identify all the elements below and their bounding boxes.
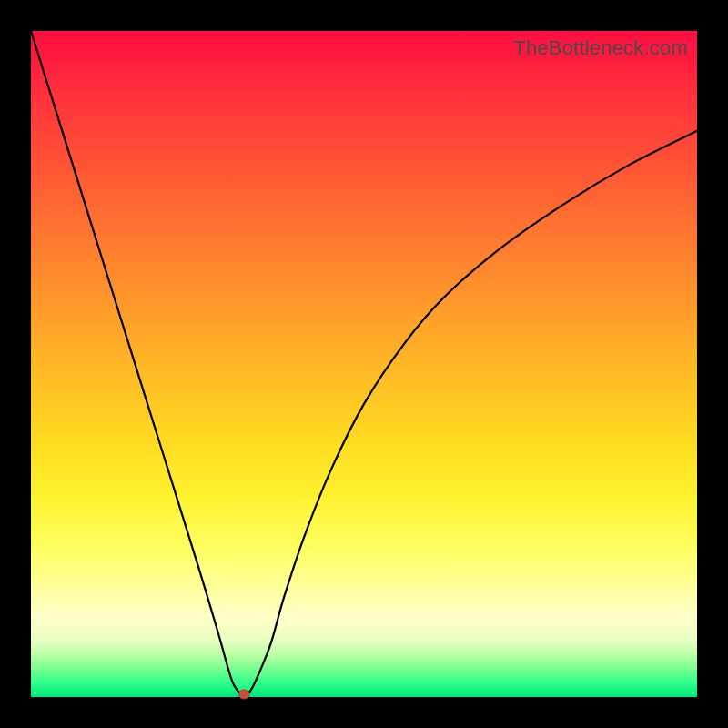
- min-marker-dot: [238, 690, 249, 699]
- curve-right: [244, 131, 697, 697]
- chart-frame: TheBottleneck.com: [0, 0, 728, 728]
- curve-left: [31, 31, 244, 697]
- chart-svg: [31, 31, 697, 697]
- chart-plot-area: TheBottleneck.com: [31, 31, 697, 697]
